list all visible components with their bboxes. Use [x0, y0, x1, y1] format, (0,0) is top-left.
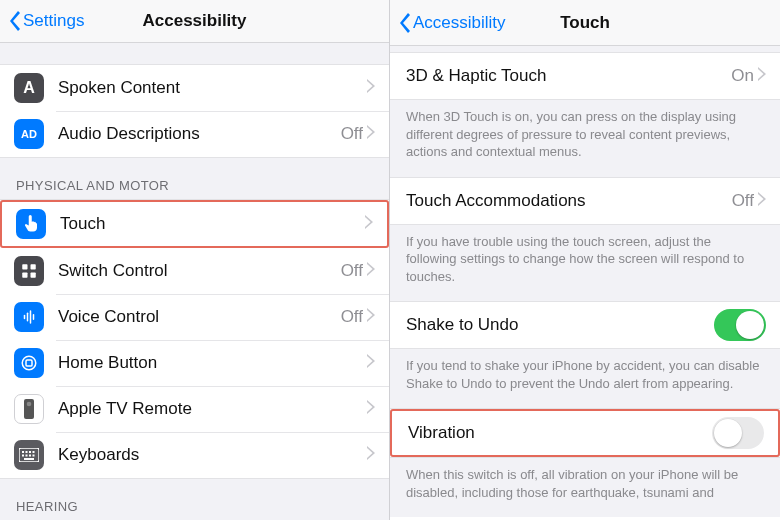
- row-switch-control[interactable]: Switch Control Off: [0, 248, 389, 294]
- footer-shake: If you tend to shake your iPhone by acci…: [390, 349, 780, 408]
- svg-rect-15: [29, 451, 31, 453]
- group-3d-touch: 3D & Haptic Touch On: [390, 52, 780, 100]
- footer-3d-touch: When 3D Touch is on, you can press on th…: [390, 100, 780, 177]
- svg-rect-21: [24, 458, 34, 460]
- chevron-left-icon: [8, 11, 20, 31]
- svg-rect-16: [33, 451, 35, 453]
- group-spoken: A Spoken Content AD Audio Descriptions O…: [0, 65, 389, 158]
- svg-rect-3: [31, 273, 36, 278]
- row-touch[interactable]: Touch: [0, 200, 389, 248]
- row-audio-descriptions[interactable]: AD Audio Descriptions Off: [0, 111, 389, 157]
- back-label: Accessibility: [413, 13, 506, 33]
- voice-control-icon: [14, 302, 44, 332]
- chevron-right-icon: [367, 262, 375, 280]
- accessibility-screen: Settings Accessibility A Spoken Content …: [0, 0, 390, 520]
- chevron-right-icon: [758, 67, 766, 85]
- row-touch-accommodations[interactable]: Touch Accommodations Off: [390, 178, 780, 224]
- svg-rect-1: [31, 264, 36, 269]
- row-label: Spoken Content: [58, 78, 367, 98]
- row-label: Apple TV Remote: [58, 399, 367, 419]
- row-label: Vibration: [408, 423, 712, 443]
- touch-screen: Accessibility Touch 3D & Haptic Touch On…: [390, 0, 780, 520]
- chevron-right-icon: [365, 215, 373, 233]
- row-label: Touch: [60, 214, 365, 234]
- a-icon: A: [14, 73, 44, 103]
- section-physical-header: PHYSICAL AND MOTOR: [0, 158, 389, 199]
- row-value: Off: [732, 191, 754, 211]
- row-voice-control[interactable]: Voice Control Off: [0, 294, 389, 340]
- shake-to-undo-switch[interactable]: [714, 309, 766, 341]
- row-label: Home Button: [58, 353, 367, 373]
- row-label: Switch Control: [58, 261, 341, 281]
- svg-rect-4: [24, 315, 26, 320]
- touch-icon: [16, 209, 46, 239]
- group-vibration: Vibration: [390, 408, 780, 458]
- row-label: Voice Control: [58, 307, 341, 327]
- back-label: Settings: [23, 11, 84, 31]
- ad-icon: AD: [14, 119, 44, 149]
- svg-rect-13: [22, 451, 24, 453]
- group-touch-accommodations: Touch Accommodations Off: [390, 177, 780, 225]
- svg-point-8: [22, 356, 36, 370]
- chevron-right-icon: [758, 192, 766, 210]
- footer-vibration: When this switch is off, all vibration o…: [390, 458, 780, 517]
- chevron-right-icon: [367, 354, 375, 372]
- svg-rect-7: [33, 314, 35, 320]
- group-shake: Shake to Undo: [390, 301, 780, 349]
- chevron-left-icon: [398, 13, 410, 33]
- row-value: Off: [341, 307, 363, 327]
- chevron-right-icon: [367, 400, 375, 418]
- row-3d-haptic-touch[interactable]: 3D & Haptic Touch On: [390, 53, 780, 99]
- row-apple-tv-remote[interactable]: Apple TV Remote: [0, 386, 389, 432]
- svg-rect-18: [26, 455, 28, 457]
- home-button-icon: [14, 348, 44, 378]
- chevron-right-icon: [367, 446, 375, 464]
- svg-rect-17: [22, 455, 24, 457]
- switch-control-icon: [14, 256, 44, 286]
- chevron-right-icon: [367, 125, 375, 143]
- row-value: On: [731, 66, 754, 86]
- svg-rect-19: [29, 455, 31, 457]
- group-physical: Touch Switch Control Off Voice Control O…: [0, 199, 389, 479]
- svg-rect-6: [30, 310, 32, 324]
- row-home-button[interactable]: Home Button: [0, 340, 389, 386]
- chevron-right-icon: [367, 79, 375, 97]
- svg-rect-5: [27, 313, 29, 322]
- row-spoken-content[interactable]: A Spoken Content: [0, 65, 389, 111]
- section-hearing-header: HEARING: [0, 479, 389, 520]
- svg-rect-9: [26, 360, 32, 366]
- row-label: Touch Accommodations: [406, 191, 732, 211]
- row-value: Off: [341, 261, 363, 281]
- row-label: Audio Descriptions: [58, 124, 341, 144]
- row-value: Off: [341, 124, 363, 144]
- row-label: Keyboards: [58, 445, 367, 465]
- svg-rect-2: [22, 273, 27, 278]
- svg-rect-14: [26, 451, 28, 453]
- chevron-right-icon: [367, 308, 375, 326]
- row-label: Shake to Undo: [406, 315, 714, 335]
- spacer: [0, 43, 389, 65]
- vibration-switch[interactable]: [712, 417, 764, 449]
- back-to-settings[interactable]: Settings: [8, 11, 84, 31]
- navbar-left: Settings Accessibility: [0, 0, 389, 43]
- row-vibration[interactable]: Vibration: [390, 409, 780, 457]
- back-to-accessibility[interactable]: Accessibility: [398, 13, 506, 33]
- svg-rect-20: [33, 455, 35, 457]
- row-shake-to-undo[interactable]: Shake to Undo: [390, 302, 780, 348]
- row-keyboards[interactable]: Keyboards: [0, 432, 389, 478]
- keyboards-icon: [14, 440, 44, 470]
- apple-tv-remote-icon: [14, 394, 44, 424]
- footer-touch-accommodations: If you have trouble using the touch scre…: [390, 225, 780, 302]
- svg-rect-0: [22, 264, 27, 269]
- row-label: 3D & Haptic Touch: [406, 66, 731, 86]
- navbar-right: Accessibility Touch: [390, 0, 780, 46]
- svg-point-11: [27, 402, 32, 407]
